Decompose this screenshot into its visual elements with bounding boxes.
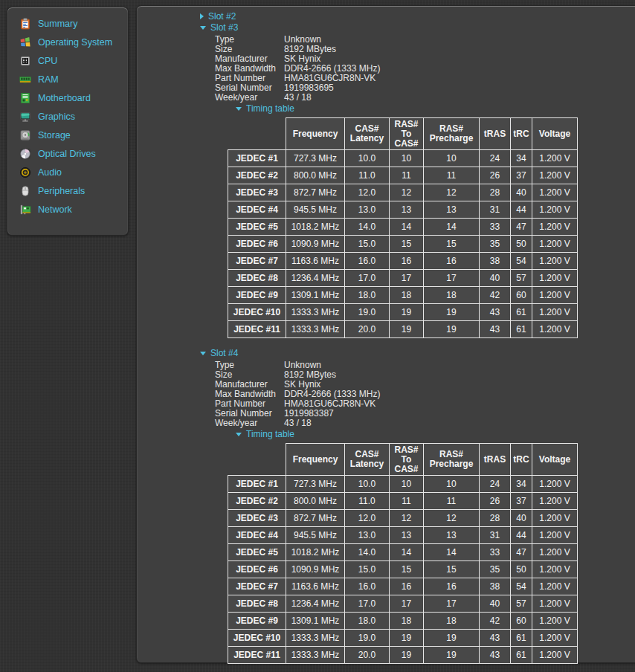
cell: 11.0 <box>345 167 390 184</box>
column-header: RAS# To CAS# <box>390 444 424 476</box>
sidebar-item-storage[interactable]: Storage <box>7 126 128 144</box>
column-header: RAS# To CAS# <box>390 118 424 150</box>
slot-2-toggle[interactable]: Slot #2 <box>200 10 635 22</box>
expanded-arrow-icon <box>236 107 242 111</box>
table-row: JEDEC #3872.7 MHz12.0121228401.200 V <box>228 184 578 201</box>
cell: 14 <box>424 544 480 561</box>
field-value: 43 / 18 <box>284 418 312 428</box>
cell: 44 <box>511 527 532 544</box>
table-row: JEDEC #4945.5 MHz13.0131331441.200 V <box>228 527 578 544</box>
cell: 57 <box>511 270 532 287</box>
table-row: JEDEC #2800.0 MHz11.0111126371.200 V <box>228 167 578 184</box>
field-row: Serial Number1919983387 <box>215 408 635 418</box>
cell: 1163.6 MHz <box>286 578 345 595</box>
sidebar-item-ram[interactable]: RAM <box>7 70 128 88</box>
cell: 14.0 <box>345 544 390 561</box>
cell: 10.0 <box>345 476 390 493</box>
sidebar-item-network[interactable]: Network <box>7 200 128 219</box>
cell: 26 <box>480 167 511 184</box>
timing-table-toggle[interactable]: Timing table <box>236 103 635 114</box>
cell: 18 <box>424 613 480 630</box>
table-row: JEDEC #61090.9 MHz15.0151535501.200 V <box>228 236 578 253</box>
header-row: FrequencyCAS# LatencyRAS# To CAS#RAS# Pr… <box>228 444 578 476</box>
slot-3-toggle[interactable]: Slot #3 <box>200 22 635 33</box>
row-header: JEDEC #2 <box>228 493 286 510</box>
cell: 1333.3 MHz <box>286 630 345 647</box>
cell: 727.3 MHz <box>286 150 345 167</box>
table-row: JEDEC #81236.4 MHz17.0171740571.200 V <box>228 595 578 613</box>
row-header: JEDEC #5 <box>228 219 286 236</box>
column-header: tRC <box>511 444 532 476</box>
cell: 1309.1 MHz <box>286 613 345 630</box>
cell: 10 <box>390 150 424 167</box>
field-row: ManufacturerSK Hynix <box>215 379 635 389</box>
cell: 43 <box>480 630 511 647</box>
timing-table: FrequencyCAS# LatencyRAS# To CAS#RAS# Pr… <box>228 443 578 664</box>
cell: 1.200 V <box>532 476 578 493</box>
cell: 10 <box>390 476 424 493</box>
cell: 1.200 V <box>532 184 578 201</box>
cell: 61 <box>511 321 532 338</box>
row-header: JEDEC #1 <box>228 150 286 167</box>
row-header: JEDEC #11 <box>228 321 286 338</box>
cell: 28 <box>480 510 511 527</box>
cell: 37 <box>511 493 532 510</box>
cell: 15 <box>390 236 424 253</box>
sidebar-item-audio[interactable]: Audio <box>7 163 128 181</box>
table-row: JEDEC #71163.6 MHz16.0161638541.200 V <box>228 253 578 270</box>
field-value: Unknown <box>284 360 321 370</box>
timing-table-toggle[interactable]: Timing table <box>236 428 635 439</box>
cell: 1236.4 MHz <box>286 595 345 613</box>
cell: 11 <box>390 167 424 184</box>
column-header: Voltage <box>532 444 578 476</box>
field-value: HMA81GU6CJR8N-VK <box>284 398 375 409</box>
sidebar-item-peripherals[interactable]: Peripherals <box>7 181 128 200</box>
table-row: JEDEC #3872.7 MHz12.0121228401.200 V <box>228 510 578 527</box>
cell: 12 <box>424 510 480 527</box>
cell: 1.200 V <box>532 578 578 595</box>
sidebar-item-summary[interactable]: Summary <box>7 14 128 33</box>
cell: 61 <box>511 630 532 647</box>
field-label: Manufacturer <box>215 54 284 64</box>
sidebar-item-label: Network <box>38 204 72 215</box>
cell: 1.200 V <box>532 510 578 527</box>
sidebar-item-optical-drives[interactable]: Optical Drives <box>7 144 128 163</box>
cell: 61 <box>511 647 532 664</box>
sidebar-item-operating-system[interactable]: Operating System <box>7 33 128 51</box>
cell: 38 <box>480 253 511 270</box>
cell: 15 <box>424 236 480 253</box>
cell: 1.200 V <box>532 167 578 184</box>
cell: 40 <box>480 270 511 287</box>
cell: 1090.9 MHz <box>286 561 345 578</box>
cell: 50 <box>511 561 532 578</box>
monitor-icon <box>19 111 31 123</box>
cell: 43 <box>480 321 511 338</box>
cell: 16 <box>424 578 480 595</box>
slot-details: TypeUnknownSize8192 MBytesManufacturerSK… <box>215 360 635 427</box>
column-header: CAS# Latency <box>345 118 390 150</box>
cell: 12 <box>424 184 480 201</box>
row-header: JEDEC #8 <box>228 595 286 613</box>
cell: 18.0 <box>345 287 390 304</box>
cell: 20.0 <box>345 321 390 338</box>
row-header: JEDEC #8 <box>228 270 286 287</box>
field-label: Type <box>215 34 284 45</box>
table-row: JEDEC #91309.1 MHz18.0181842601.200 V <box>228 613 578 630</box>
field-value: DDR4-2666 (1333 MHz) <box>284 389 380 399</box>
sidebar-item-motherboard[interactable]: Motherboard <box>7 88 128 107</box>
cell: 1.200 V <box>532 253 578 270</box>
slot-4-toggle[interactable]: Slot #4 <box>200 347 635 358</box>
cell: 44 <box>511 201 532 219</box>
cell: 1333.3 MHz <box>286 304 345 321</box>
sidebar-item-graphics[interactable]: Graphics <box>7 107 128 126</box>
field-value: 8192 MBytes <box>284 44 336 54</box>
cell: 18 <box>390 287 424 304</box>
harddrive-icon <box>19 129 31 141</box>
table-row: JEDEC #81236.4 MHz17.0171740571.200 V <box>228 270 578 287</box>
cell: 945.5 MHz <box>286 201 345 219</box>
sidebar-item-cpu[interactable]: CPU <box>7 51 128 70</box>
field-label: Week/year <box>215 418 284 428</box>
field-label: Type <box>215 360 284 370</box>
cell: 1090.9 MHz <box>286 236 345 253</box>
cell: 26 <box>480 493 511 510</box>
